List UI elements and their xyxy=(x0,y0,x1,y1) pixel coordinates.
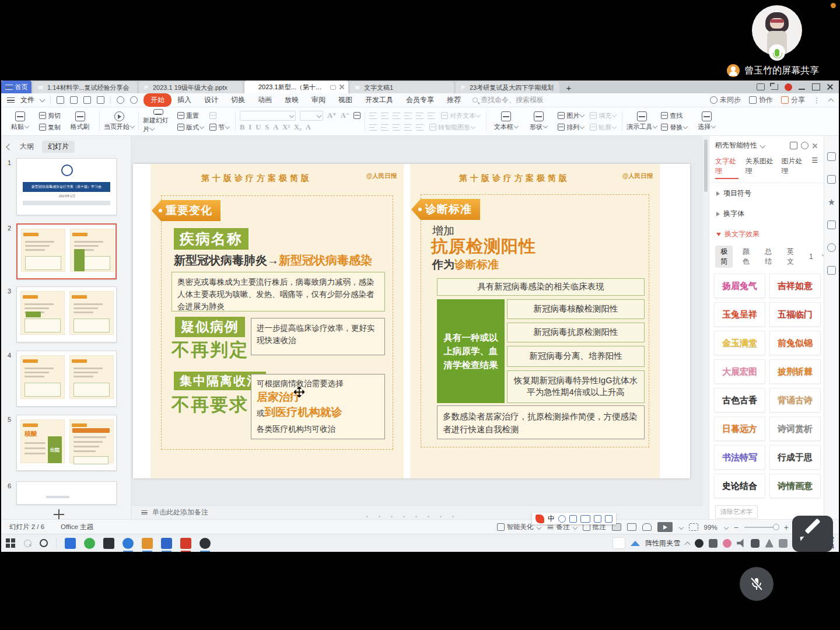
app-browser-icon[interactable] xyxy=(123,538,134,549)
text-effect-card-15[interactable]: 史论结合 xyxy=(714,474,765,498)
redo-icon[interactable] xyxy=(130,96,138,104)
effects-star-icon[interactable] xyxy=(827,198,836,206)
keyboard-icon[interactable] xyxy=(580,515,590,523)
text-effect-card-16[interactable]: 诗情画意 xyxy=(769,474,821,498)
numbering-icon[interactable] xyxy=(381,113,388,119)
editing-canvas[interactable]: 第十版诊疗方案极简版 @人民日报 重要变化 疾病名称 新型冠状病毒肺炎→新型冠状… xyxy=(131,136,703,505)
font-family-select[interactable] xyxy=(240,111,296,121)
pane-resize-grip[interactable] xyxy=(366,516,454,517)
text-effect-card-14[interactable]: 行成于思 xyxy=(769,445,821,470)
text-effect-card-10[interactable]: 背诵古诗 xyxy=(769,388,821,412)
preview-icon[interactable] xyxy=(97,96,104,104)
taskbar-search-icon[interactable] xyxy=(24,540,32,547)
app-dark-icon[interactable] xyxy=(103,538,114,549)
menu-2[interactable]: 插入 xyxy=(177,95,191,105)
line-spacing-icon[interactable] xyxy=(428,113,435,119)
play-options-chevron-icon[interactable] xyxy=(678,524,683,529)
annotation-pencil-button[interactable] xyxy=(792,516,833,552)
menu-7[interactable]: 审阅 xyxy=(312,95,326,105)
pane-tab-1[interactable]: 文字处理 xyxy=(715,156,738,179)
slide-2-canvas[interactable]: 第十版诊疗方案极简版 @人民日报 重要变化 疾病名称 新型冠状病毒肺炎→新型冠状… xyxy=(133,164,690,478)
help-icon[interactable] xyxy=(827,243,836,252)
pane-bell-icon[interactable] xyxy=(801,142,808,149)
new-tab-button[interactable]: + xyxy=(563,82,575,93)
find-button[interactable]: 查找 xyxy=(659,110,689,121)
clear-wordart-button[interactable]: 清除艺术字 xyxy=(715,505,758,519)
weather-text[interactable]: 阵性雨夹雪 xyxy=(645,538,680,548)
copy-button[interactable]: 复制 xyxy=(37,122,62,132)
fit-slide-icon[interactable] xyxy=(689,523,698,531)
text-effect-card-4[interactable]: 五福临门 xyxy=(769,302,821,327)
align-center-icon[interactable] xyxy=(381,124,388,131)
slide-thumbnail-5[interactable]: 5 核酸出院 xyxy=(16,415,117,471)
align-text-button[interactable]: 对齐文本 xyxy=(439,110,482,121)
decrease-indent-icon[interactable] xyxy=(393,113,400,119)
maximize-button[interactable] xyxy=(812,83,820,90)
slide-thumbnail-1[interactable]: 1 新型冠状病毒感染诊疗方案（第十版）学习会 2023年1月 xyxy=(16,158,117,215)
skin-icon[interactable] xyxy=(594,515,601,523)
emoji-icon[interactable] xyxy=(558,515,566,523)
section-change-font[interactable]: 换字体 xyxy=(709,204,824,224)
to-smart-graphic-button[interactable]: 转智能图形 xyxy=(428,122,477,132)
wps-logo-icon[interactable] xyxy=(785,83,792,91)
strikethrough-button[interactable]: S xyxy=(265,123,269,132)
text-effect-card-5[interactable]: 金玉满堂 xyxy=(714,331,765,355)
app-photos-icon[interactable] xyxy=(161,538,172,549)
sync-status[interactable]: 未同步 xyxy=(710,95,741,105)
print-icon[interactable] xyxy=(83,96,91,104)
paste-button[interactable]: 粘贴 xyxy=(5,109,35,134)
ime-mic-icon[interactable] xyxy=(569,515,577,523)
zoom-out-button[interactable]: − xyxy=(734,523,738,532)
text-effect-card-11[interactable]: 日暮远方 xyxy=(714,416,765,441)
select-button[interactable]: 选择 xyxy=(691,109,722,134)
tray-expand-icon[interactable] xyxy=(685,541,691,547)
chip-1[interactable]: 极简 xyxy=(715,246,733,268)
file-menu[interactable]: 文件 xyxy=(20,95,34,105)
vertical-scrollbar[interactable] xyxy=(703,136,709,519)
new-slide-button[interactable]: 新建幻灯片 xyxy=(143,109,173,134)
volume-icon[interactable] xyxy=(737,539,746,548)
pin-tab-icon[interactable] xyxy=(330,85,336,90)
collapse-sidebar-icon[interactable] xyxy=(6,144,12,150)
collapse-ribbon-icon[interactable] xyxy=(828,98,834,104)
settings-sliders-icon[interactable] xyxy=(827,175,836,184)
align-left-icon[interactable] xyxy=(369,124,377,131)
text-effect-card-9[interactable]: 古色古香 xyxy=(714,388,765,412)
cortana-icon[interactable] xyxy=(40,539,48,547)
menu-6[interactable]: 放映 xyxy=(285,95,299,105)
network-icon[interactable] xyxy=(779,539,788,548)
menu-3[interactable]: 设计 xyxy=(204,95,218,105)
distribute-icon[interactable] xyxy=(416,124,424,131)
document-tab-1[interactable]: W1.14材料学...复试经验分享会 xyxy=(33,82,137,93)
menu-4[interactable]: 切换 xyxy=(231,95,245,105)
zoom-in-button[interactable]: + xyxy=(784,523,789,532)
bullets-icon[interactable] xyxy=(369,113,377,119)
columns-icon[interactable] xyxy=(416,113,424,119)
wifi-icon[interactable] xyxy=(765,539,774,548)
start-from-page-button[interactable]: 当页开始 xyxy=(104,109,134,134)
decrease-font-icon[interactable]: A⁻ xyxy=(341,111,350,120)
chip-3[interactable]: 总结 xyxy=(760,246,777,268)
quick-access-icon[interactable] xyxy=(827,152,836,161)
export-icon[interactable] xyxy=(70,96,78,104)
increase-indent-icon[interactable] xyxy=(404,113,412,119)
bold-button[interactable]: B xyxy=(240,123,244,132)
italic-button[interactable]: I xyxy=(249,123,251,132)
slide-thumbnail-2-selected[interactable]: 2 xyxy=(16,223,117,279)
format-painter-button[interactable]: 格式刷 xyxy=(65,109,95,134)
split-window-icon[interactable] xyxy=(757,83,765,90)
microphone-muted-button[interactable] xyxy=(740,567,774,601)
app-green-icon[interactable] xyxy=(84,538,95,549)
zoom-slider-thumb[interactable] xyxy=(773,524,779,530)
chip-2[interactable]: 颜色 xyxy=(737,246,755,268)
layout-button[interactable]: 版式 xyxy=(176,122,205,132)
text-box-button[interactable]: 文本框 xyxy=(491,109,521,134)
minimize-button[interactable] xyxy=(798,83,806,90)
menu-5[interactable]: 动画 xyxy=(258,95,272,105)
windows-pane-icon[interactable] xyxy=(827,220,836,229)
tab-slides[interactable]: 幻灯片 xyxy=(42,141,75,153)
reading-view-button[interactable] xyxy=(642,523,652,531)
reset-button[interactable]: 重置 xyxy=(176,110,205,121)
home-tab[interactable]: 首页 xyxy=(1,80,32,93)
menu-start[interactable]: 开始 xyxy=(144,93,172,107)
